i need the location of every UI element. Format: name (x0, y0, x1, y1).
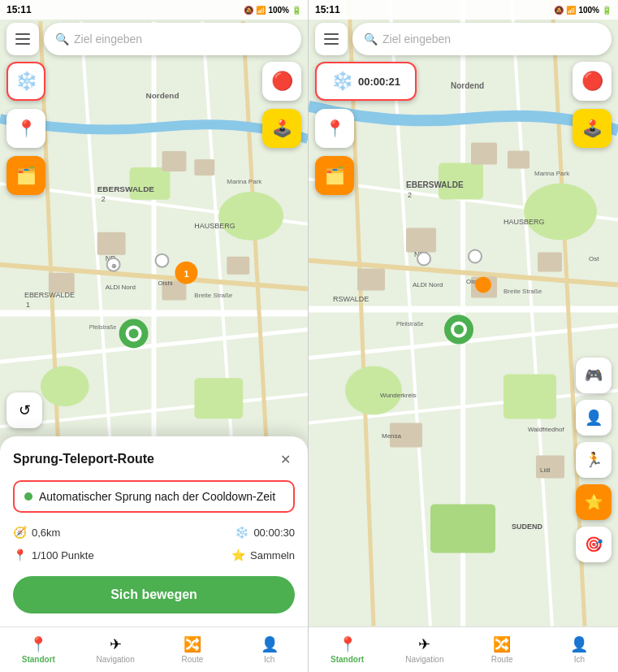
tab-ich-label-right: Ich (574, 655, 585, 664)
svg-rect-16 (194, 159, 214, 176)
avatar-button[interactable]: 👤 (576, 400, 612, 436)
points-stat: 📍 1/100 Punkte (13, 548, 94, 561)
hamburger-button-right[interactable] (315, 23, 348, 55)
left-phone-panel: Nordend EBERSWALDE 2 EBERSWALDE 1 HAUSBE… (0, 0, 309, 672)
orange-folder-left[interactable]: 🗂️ (6, 156, 45, 195)
standort-icon-right: 📍 (339, 635, 357, 653)
svg-point-84 (454, 325, 464, 335)
svg-text:1: 1 (184, 269, 188, 279)
svg-text:Marina Park: Marina Park (227, 178, 261, 185)
svg-point-40 (155, 254, 168, 267)
tab-route-left[interactable]: 🔀 Route (154, 632, 231, 667)
navigation-icon-right: ✈ (418, 635, 430, 653)
search-placeholder-left: Ziel eingeben (74, 33, 142, 46)
refresh-icon-left: ↺ (19, 401, 31, 419)
snowflake-icon-left: ❄️ (15, 71, 37, 92)
tab-navigation-label-right: Navigation (405, 655, 443, 664)
time-left: 15:11 (6, 4, 32, 15)
search-placeholder-right: Ziel eingeben (382, 33, 451, 46)
tab-navigation-right[interactable]: ✈ Navigation (386, 632, 463, 667)
wifi-icon: 📶 (256, 6, 266, 15)
svg-point-54 (345, 366, 402, 415)
svg-text:EBERSWALDE: EBERSWALDE (97, 184, 155, 193)
status-bar-right: 15:11 🔕 📶 100%🔋 (309, 0, 618, 20)
record-button-right[interactable]: 🔴 (573, 62, 612, 101)
status-icons-right: 🔕 📶 100%🔋 (554, 6, 612, 15)
move-button[interactable]: Sich bewegen (13, 576, 295, 613)
svg-text:2: 2 (408, 191, 412, 199)
collect-icon: ⭐ (231, 548, 245, 561)
svg-text:Pfeilstraße: Pfeilstraße (396, 321, 424, 327)
status-bar-left: 15:11 🔕 📶 100%🔋 (0, 0, 308, 20)
search-bar-left: 🔍 Ziel eingeben (6, 23, 301, 55)
search-container-right[interactable]: 🔍 Ziel eingeben (352, 23, 612, 55)
svg-text:HAUSBERG: HAUSBERG (503, 218, 545, 226)
location-pin-button-left[interactable]: 📍 (6, 109, 45, 148)
svg-text:Pfeilstraße: Pfeilstraße (89, 324, 116, 330)
tab-ich-right[interactable]: 👤 Ich (541, 632, 618, 667)
right-side-buttons: 🎮 👤 🏃 ⭐ 🎯 (576, 358, 612, 562)
battery-right: 100% (578, 6, 599, 15)
svg-point-86 (469, 250, 482, 263)
hamburger-button-left[interactable] (6, 23, 39, 55)
svg-point-52 (524, 184, 597, 241)
tab-bar-left: 📍 Standort ✈ Navigation 🔀 Route 👤 Ich (0, 626, 308, 672)
ich-icon-right: 👤 (570, 635, 588, 653)
distance-icon: 🧭 (13, 526, 27, 539)
bottom-sheet: Sprung-Teleport-Route ✕ Automatischer Sp… (0, 436, 308, 626)
svg-rect-15 (162, 151, 186, 171)
timer-value: 00:00:30 (253, 527, 295, 539)
svg-text:Ost: Ost (589, 255, 599, 262)
joystick-icon-right: 🕹️ (582, 119, 603, 138)
navigation-icon-left: ✈ (110, 635, 122, 653)
tab-standort-label-right: Standort (331, 655, 364, 664)
tab-route-right[interactable]: 🔀 Route (464, 632, 541, 667)
yellow-joystick-right[interactable]: 🕹️ (573, 109, 612, 148)
stats-row-2: 📍 1/100 Punkte ⭐ Sammeln (13, 545, 295, 565)
run-button[interactable]: 🏃 (576, 442, 612, 478)
svg-point-87 (475, 277, 491, 293)
svg-text:HAUSBERG: HAUSBERG (194, 222, 235, 230)
timer-icon: ❄️ (235, 526, 248, 539)
svg-text:Marina Park: Marina Park (534, 170, 570, 177)
target-button[interactable]: 🎯 (576, 527, 612, 562)
orange-folder-right[interactable]: 🗂️ (315, 156, 354, 195)
svg-text:EBERSWALDE: EBERSWALDE (406, 180, 464, 189)
tab-navigation-label-left: Navigation (96, 655, 134, 664)
stats-row-1: 🧭 0,6km ❄️ 00:00:30 (13, 522, 295, 542)
folder-icon-left: 🗂️ (16, 166, 37, 185)
tab-standort-right[interactable]: 📍 Standort (309, 632, 386, 667)
star-button[interactable]: ⭐ (576, 484, 612, 520)
right-phone-panel: Nordend EBERSWALDE 2 RSWALDE HAUSBERG Br… (309, 0, 618, 672)
record-icon-left: 🔴 (271, 71, 293, 92)
sheet-close-button[interactable]: ✕ (275, 449, 295, 469)
svg-text:Wunderkreis: Wunderkreis (380, 392, 417, 399)
search-container-left[interactable]: 🔍 Ziel eingeben (44, 23, 301, 55)
auto-jump-dot (24, 492, 32, 501)
tab-navigation-left[interactable]: ✈ Navigation (77, 632, 154, 667)
yellow-joystick-left[interactable]: 🕹️ (262, 109, 301, 148)
search-icon-right: 🔍 (364, 33, 378, 46)
location-pin-icon-right: 📍 (325, 119, 345, 138)
route-icon-right: 🔀 (493, 635, 511, 653)
points-value: 1/100 Punkte (32, 549, 94, 561)
svg-text:Waldfriedhof: Waldfriedhof (528, 426, 564, 433)
folder-icon-right: 🗂️ (325, 166, 345, 185)
svg-rect-60 (538, 253, 562, 272)
svg-text:Nordend: Nordend (451, 81, 484, 90)
svg-text:Breite Straße: Breite Straße (194, 292, 233, 299)
svg-text:SUDEND: SUDEND (512, 522, 543, 531)
location-pin-button-right[interactable]: 📍 (315, 109, 354, 148)
search-bar-right: 🔍 Ziel eingeben (315, 23, 612, 55)
status-icons-left: 🔕 📶 100%🔋 (244, 6, 301, 15)
freeze-button-right[interactable]: ❄️ 00:00:21 (315, 62, 417, 101)
freeze-button-left[interactable]: ❄️ (6, 62, 45, 101)
tab-standort-left[interactable]: 📍 Standort (0, 632, 77, 667)
record-button-left[interactable]: 🔴 (262, 62, 301, 101)
tab-ich-left[interactable]: 👤 Ich (231, 632, 308, 667)
svg-text:⊕: ⊕ (111, 262, 117, 270)
svg-text:2: 2 (102, 195, 106, 203)
refresh-button-left[interactable]: ↺ (6, 392, 42, 428)
gamepad-button[interactable]: 🎮 (576, 358, 612, 393)
svg-text:1: 1 (26, 301, 30, 309)
